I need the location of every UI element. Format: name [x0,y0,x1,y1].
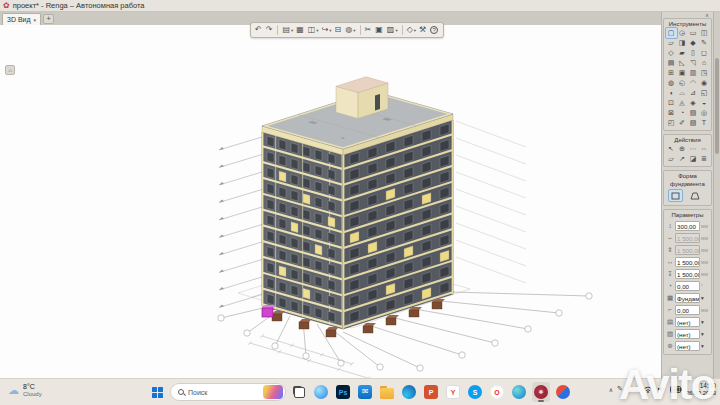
tool-button[interactable]: ⊿ [688,88,699,98]
cut-icon[interactable]: ✂ [364,24,374,36]
tool-button[interactable]: ◫ [699,28,710,38]
app-opera[interactable]: O [488,382,506,402]
tool-button[interactable]: ◖ [666,88,677,98]
redo-icon[interactable]: ↷ [265,24,275,36]
new-tab-button[interactable]: + [43,14,54,24]
taskbar-clock[interactable]: 14:50 26.03.2023 [686,382,716,397]
parameter-input[interactable]: (нет) [675,329,700,339]
app-skype[interactable]: S [466,382,484,402]
export-icon[interactable]: ◫ ▾ [307,24,320,36]
tool-button[interactable]: ◍ [666,78,677,88]
tool-button[interactable]: ◱ [699,88,710,98]
tool-button[interactable]: ✎ [699,38,710,48]
tool-button[interactable]: ◠ [688,78,699,88]
scene-3d[interactable] [0,25,661,378]
action-button[interactable]: ↗ [677,154,688,164]
action-button[interactable]: ⊕ [677,144,688,154]
shape-rectangular-button[interactable] [668,189,683,202]
selected-foundation[interactable] [262,308,273,317]
tool-button[interactable]: ◨ [677,38,688,48]
parameter-input[interactable]: 1 500,00 [675,233,700,243]
action-button[interactable]: ◪ [688,154,699,164]
tool-button[interactable]: ▢ [666,28,677,38]
search-box[interactable]: Поиск [170,383,286,401]
parameter-input[interactable]: (нет) [675,317,700,327]
tool-button[interactable]: ▰ [677,48,688,58]
parameter-input[interactable]: 0,00 [675,305,700,315]
task-view-button[interactable] [290,382,308,402]
parameter-input[interactable]: Фундаменты [675,293,700,303]
tool-button[interactable]: ⌂ [699,58,710,68]
snap-icon[interactable]: ◇ ▾ [406,24,417,36]
scrollbar-thumb[interactable] [715,58,719,154]
tool-button[interactable]: ◺ [677,58,688,68]
app-yandex[interactable]: Y [444,382,462,402]
wifi-icon[interactable] [643,385,653,393]
parameter-input[interactable]: 1 500,00 [675,245,700,255]
tool-button[interactable]: ⊠ [666,108,677,118]
tool-button[interactable]: ▱ [666,38,677,48]
action-button[interactable]: ↖ [666,144,677,154]
tool-button[interactable]: ⊡ [666,98,677,108]
tool-button[interactable]: ▧ [688,108,699,118]
app-copilot[interactable] [312,382,330,402]
toolbar-button[interactable] [360,25,361,35]
tool-button[interactable]: ◎ [699,108,710,118]
tool-button[interactable]: ▨ [688,118,699,128]
volume-icon[interactable] [657,385,666,393]
tool-button[interactable]: ◉ [699,78,710,88]
paste-icon[interactable]: ▨ ▾ [386,24,399,36]
tool-button[interactable]: ◇ [666,48,677,58]
tool-button[interactable]: ◈ [688,98,699,108]
tool-button[interactable]: ◆ [688,38,699,48]
tool-button[interactable]: ◹ [688,58,699,68]
view-mode-icon[interactable]: ◍ ▾ [344,24,356,36]
tool-button[interactable]: ✐ [677,118,688,128]
settings-icon[interactable]: ⚒ [418,24,428,36]
weather-widget[interactable]: ☁ 8°C Cloudy [8,383,42,398]
tool-button[interactable]: ▯ [688,48,699,58]
app-renga-active[interactable]: ✱ [532,382,550,402]
tool-button[interactable]: ⊞ [666,68,677,78]
app-powerpoint[interactable]: P [422,382,440,402]
tool-button[interactable]: ◰ [666,118,677,128]
tool-button[interactable]: ▤ [666,58,677,68]
app-edge[interactable] [400,382,418,402]
tool-button[interactable]: ◻ [699,48,710,58]
app-teal[interactable] [510,382,528,402]
tool-button[interactable]: ⌓ [677,88,688,98]
parameter-input[interactable]: 1 500,00 [675,257,700,267]
tool-button[interactable]: ◶ [677,28,688,38]
toolbar-button[interactable] [277,25,278,35]
app-mail[interactable]: ✉ [356,382,374,402]
tab-3d-view[interactable]: 3D Вид ▾ [2,13,41,25]
app-file-explorer[interactable] [378,382,396,402]
share-icon[interactable]: ↪ ▾ [321,24,333,36]
tool-button[interactable]: ◔ [677,108,688,118]
shape-trapezoid-button[interactable] [687,189,702,202]
language-indicator[interactable]: РУС [627,386,639,392]
open-project-icon[interactable]: ▤ ▾ [281,24,294,36]
chevron-down-icon[interactable]: ▾ [34,17,37,23]
tool-button[interactable]: ▭ [688,28,699,38]
parameter-input[interactable]: 300,00 [675,221,700,231]
parameter-input[interactable]: (нет) [675,341,700,351]
action-button[interactable]: ⇔ [699,144,710,154]
tool-button[interactable]: ◳ [699,68,710,78]
tool-button[interactable]: ◵ [677,78,688,88]
parameter-input[interactable]: 1 500,00 [675,269,700,279]
action-button[interactable]: ⋯ [688,144,699,154]
app-redblue[interactable] [554,382,572,402]
start-button[interactable] [148,382,166,402]
toolbar-button[interactable] [402,25,403,35]
copy-icon[interactable]: ▣ [374,24,385,36]
tool-button[interactable]: ◬ [677,98,688,108]
tool-button[interactable]: T [699,118,710,128]
parameter-input[interactable]: 0,00 [675,281,700,291]
battery-icon[interactable] [670,386,682,393]
tray-overflow-icon[interactable]: ∧ [609,386,613,393]
action-button[interactable]: ▱ [666,154,677,164]
pen-icon[interactable]: ✎ [617,385,623,393]
viewport-3d[interactable]: ⌂ ↶ ↷ ▤ ▾ ▦ ◫ [0,25,661,378]
tool-button[interactable]: ▥ [688,68,699,78]
